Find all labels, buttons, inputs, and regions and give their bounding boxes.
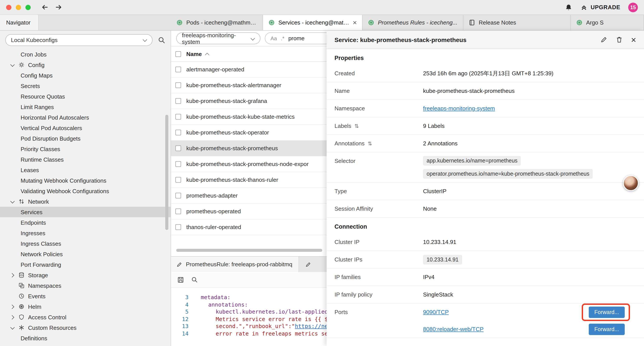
dock-tab-partial[interactable] — [299, 257, 327, 272]
sidebar-item-network[interactable]: Network — [0, 196, 170, 207]
row-checkbox[interactable] — [175, 130, 181, 135]
sidebar-scrollbar[interactable] — [165, 115, 168, 230]
row-checkbox[interactable] — [175, 114, 181, 120]
sidebar-item-secrets[interactable]: Secrets — [0, 81, 170, 91]
row-checkbox[interactable] — [175, 145, 181, 151]
row-checkbox[interactable] — [175, 161, 181, 167]
sidebar-item-config-maps[interactable]: Config Maps — [0, 70, 170, 81]
sidebar-item-storage[interactable]: Storage — [0, 270, 170, 280]
window-minimize-button[interactable] — [16, 4, 21, 10]
row-checkbox[interactable] — [175, 66, 181, 72]
sidebar-item-access-control[interactable]: Access Control — [0, 312, 170, 322]
name-column-header[interactable]: Name — [186, 50, 209, 57]
back-arrow-icon[interactable] — [41, 3, 49, 11]
port-link[interactable]: 8080:reloader-web/TCP — [423, 326, 484, 333]
search-icon[interactable] — [191, 276, 198, 283]
drawer-row-annotations: Annotations⇅ 2 Annotations — [326, 135, 644, 152]
tab-argo[interactable]: Argo S — [571, 15, 644, 30]
connection-heading: Connection — [326, 218, 644, 233]
kubeconfig-select[interactable]: Local Kubeconfigs — [5, 34, 152, 46]
horizontal-scrollbar[interactable] — [176, 249, 322, 252]
sidebar-item-port-forwarding[interactable]: Port Forwarding — [0, 259, 170, 270]
sidebar-item-custom-resources[interactable]: Custom Resources — [0, 322, 170, 333]
sort-updown-icon[interactable]: ⇅ — [368, 140, 372, 146]
sidebar-item-limit-ranges[interactable]: Limit Ranges — [0, 102, 170, 112]
tab-release-notes[interactable]: Release Notes — [464, 15, 571, 30]
trash-icon[interactable] — [616, 36, 623, 43]
sidebar-item-network-policies[interactable]: Network Policies — [0, 249, 170, 259]
window-close-button[interactable] — [6, 4, 12, 10]
navigator-sidebar: Local Kubeconfigs Cron Jobs Config Confi… — [0, 31, 171, 346]
row-checkbox[interactable] — [175, 224, 181, 230]
sidebar-item-ingress-classes[interactable]: Ingress Classes — [0, 238, 170, 249]
bell-icon[interactable] — [565, 3, 572, 11]
sidebar-item-config[interactable]: Config — [0, 59, 170, 70]
arrows-updown-icon — [18, 198, 25, 205]
sort-updown-icon[interactable]: ⇅ — [354, 123, 359, 129]
helm-wheel-icon — [18, 303, 25, 310]
row-checkbox[interactable] — [175, 193, 181, 198]
sidebar-item-cron-jobs[interactable]: Cron Jobs — [0, 49, 170, 59]
sidebar-item-mutating-webhook-configurations[interactable]: Mutating Webhook Configurations — [0, 175, 170, 186]
sidebar-item-validating-webhook-configurations[interactable]: Validating Webhook Configurations — [0, 186, 170, 196]
sidebar-item-services[interactable]: Services — [0, 207, 170, 217]
select-all-checkbox[interactable] — [175, 51, 181, 57]
edit-pencil-icon[interactable] — [600, 36, 608, 43]
close-tab-icon[interactable]: × — [353, 19, 357, 26]
row-checkbox[interactable] — [175, 98, 181, 104]
dock-tab-prometheusrule[interactable]: PrometheusRule: freeleaps-prod-rabbitmq — [171, 257, 299, 272]
sidebar-item-horizontal-pod-autoscalers[interactable]: Horizontal Pod Autoscalers — [0, 112, 170, 123]
window-zoom-button[interactable] — [26, 4, 31, 10]
sidebar-item-pod-disruption-budgets[interactable]: Pod Disruption Budgets — [0, 133, 170, 144]
ip-families-value: IPv4 — [423, 274, 636, 280]
search-icon[interactable] — [158, 36, 165, 43]
book-icon — [469, 19, 475, 26]
sidebar-item-priority-classes[interactable]: Priority Classes — [0, 144, 170, 154]
sidebar-item-runtime-classes[interactable]: Runtime Classes — [0, 154, 170, 165]
user-avatar[interactable] — [623, 175, 639, 191]
sidebar-item-endpoints[interactable]: Endpoints — [0, 217, 170, 228]
notification-count-badge[interactable]: 15 — [628, 2, 638, 12]
k8s-wheel-icon — [576, 19, 582, 26]
namespace-select[interactable]: freeleaps-monitoring-system — [176, 32, 260, 44]
regex-toggle[interactable]: .* — [281, 35, 284, 41]
namespace-link[interactable]: freeleaps-monitoring-system — [423, 105, 495, 112]
navigator-panel-tab[interactable]: Navigator — [0, 15, 38, 30]
properties-heading: Properties — [326, 49, 644, 65]
sidebar-item-ingresses[interactable]: Ingresses — [0, 228, 170, 238]
chevron-down-icon — [250, 36, 255, 40]
close-icon[interactable]: × — [631, 35, 636, 44]
upgrade-button[interactable]: UPGRADE — [580, 4, 620, 11]
drawer-row-type: Type ClusterIP — [326, 183, 644, 200]
tab-services[interactable]: Services - icecheng@math... × — [263, 15, 362, 30]
port-link[interactable]: 9090/TCP — [423, 309, 449, 315]
drawer-title: Service: kube-prometheus-stack-prometheu… — [334, 36, 592, 43]
drawer-row-selector: Selector app.kubernetes.io/name=promethe… — [326, 152, 644, 183]
sidebar-item-definitions[interactable]: Definitions — [0, 333, 170, 343]
chevron-down-icon — [10, 62, 15, 67]
pencil-icon — [176, 261, 182, 267]
forward-button[interactable]: Forward... — [588, 324, 625, 335]
sidebar-item-helm[interactable]: Helm — [0, 301, 170, 312]
sidebar-item-namespaces[interactable]: Namespaces — [0, 280, 170, 291]
save-icon[interactable] — [177, 276, 184, 283]
row-checkbox[interactable] — [175, 82, 181, 88]
tab-pods[interactable]: Pods - icecheng@mathmas... — [171, 15, 263, 30]
tab-prometheus-rules[interactable]: Prometheus Rules - icecheng... — [362, 15, 464, 30]
forward-arrow-icon[interactable] — [55, 3, 62, 11]
row-checkbox[interactable] — [175, 209, 181, 214]
gear-icon — [18, 61, 25, 68]
case-sensitive-toggle[interactable]: Aa — [270, 35, 277, 41]
chevron-down-icon — [142, 38, 147, 42]
drawer-row-cluster-ips: Cluster IPs 10.233.14.91 — [326, 251, 644, 269]
sidebar-item-resource-quotas[interactable]: Resource Quotas — [0, 91, 170, 102]
forward-button[interactable]: Forward... — [588, 306, 625, 318]
sidebar-item-events[interactable]: Events — [0, 291, 170, 301]
row-checkbox[interactable] — [175, 177, 181, 183]
sidebar-item-leases[interactable]: Leases — [0, 165, 170, 175]
drawer-row-ip-family-policy: IP family policy SingleStack — [326, 286, 644, 304]
chevron-spacer — [10, 283, 15, 288]
tab-bar: Navigator Pods - icecheng@mathmas... Ser… — [0, 15, 644, 31]
filter-value: prome — [288, 35, 304, 42]
sidebar-item-vertical-pod-autoscalers[interactable]: Vertical Pod Autoscalers — [0, 123, 170, 133]
